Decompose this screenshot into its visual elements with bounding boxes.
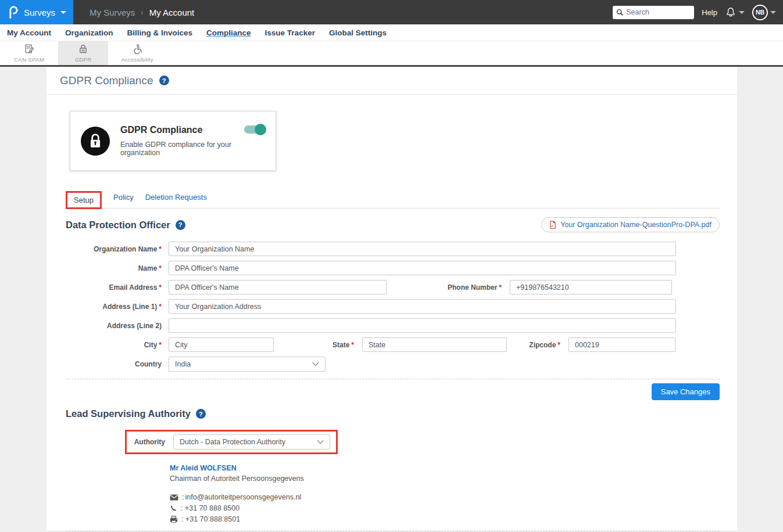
authority-contact-card: Mr Aleid WOLFSEN Chairman of Autoriteit … <box>170 464 720 523</box>
authority-phone: : +31 70 888 8500 <box>181 504 239 512</box>
annotation-box-authority: Authority Dutch - Data Protection Author… <box>125 430 338 454</box>
nav-item-issue-tracker[interactable]: Issue Tracker <box>265 28 315 37</box>
name-field[interactable] <box>169 261 676 275</box>
help-icon[interactable]: ? <box>176 220 185 230</box>
authority-select[interactable]: Dutch - Data Protection Authority <box>173 434 330 450</box>
nav-item-my-account[interactable]: My Account <box>7 28 51 37</box>
address2-field[interactable] <box>169 318 676 333</box>
accessibility-icon <box>132 44 143 55</box>
setup-tabs: Setup Policy Deletion Requests <box>66 191 720 209</box>
content-panel: GDPR Compliance ? GDPR Compliance Enable… <box>47 67 737 530</box>
phone-label: Phone Number* <box>387 283 510 292</box>
address1-field[interactable] <box>169 299 676 314</box>
city-field[interactable] <box>169 337 274 352</box>
fax-icon <box>170 516 178 523</box>
state-label: State* <box>274 341 362 349</box>
authority-value: Dutch - Data Protection Authority <box>180 438 285 446</box>
notifications-button[interactable] <box>725 6 745 19</box>
dpa-pdf-button[interactable]: A Your Organization Name-QuestionPro-DPA… <box>541 217 720 232</box>
city-label: City* <box>66 341 162 349</box>
authority-contact-title: Chairman of Autoriteit Persoonsgegevens <box>170 475 720 483</box>
product-switcher[interactable]: Surveys <box>0 0 73 24</box>
help-link[interactable]: Help <box>702 8 717 17</box>
nav-item-compliance[interactable]: Compliance <box>206 28 251 37</box>
page-title: GDPR Compliance <box>60 74 153 87</box>
search-input[interactable] <box>626 8 691 16</box>
email-field[interactable] <box>169 280 387 294</box>
authority-contact-name[interactable]: Mr Aleid WOLFSEN <box>170 464 720 472</box>
country-select[interactable]: India <box>169 357 326 372</box>
card-subtitle: Enable GDPR compliance for your organiza… <box>120 141 265 157</box>
country-label: Country <box>66 360 162 368</box>
zipcode-label: Zipcode* <box>507 341 569 349</box>
page-header: GDPR Compliance ? <box>47 67 737 95</box>
tab-setup[interactable]: Setup <box>67 193 100 207</box>
nav-item-billing-invoices[interactable]: Billing & Invoices <box>127 28 193 37</box>
subtab-accessibility[interactable]: Accessibility <box>108 41 166 65</box>
email-label: Email Address* <box>66 283 162 292</box>
address1-label: Address (Line 1)* <box>66 303 162 311</box>
phone-field[interactable] <box>510 280 672 294</box>
document-edit-icon <box>24 44 35 55</box>
account-menu[interactable]: NB <box>752 5 776 20</box>
authority-email: info@autoriteitpersoonsgegevens.nl <box>185 493 301 501</box>
nav-item-global-settings[interactable]: Global Settings <box>329 28 387 37</box>
divider <box>66 379 720 379</box>
pdf-file-icon: A <box>549 221 556 229</box>
organization-name-label: Organization Name* <box>66 245 162 253</box>
page-background: GDPR Compliance ? GDPR Compliance Enable… <box>0 67 783 530</box>
chevron-down-icon <box>317 440 324 444</box>
breadcrumb: My Surveys › My Account <box>90 8 194 17</box>
lock-icon <box>78 44 88 55</box>
subtab-gdpr[interactable]: GDPR <box>58 41 108 65</box>
chevron-down-icon <box>770 11 776 14</box>
authority-label: Authority <box>127 438 165 446</box>
questionpro-logo-icon <box>7 6 19 19</box>
organization-name-field[interactable] <box>169 242 676 256</box>
name-label: Name* <box>66 264 162 272</box>
bell-icon <box>725 6 736 19</box>
state-field[interactable] <box>362 337 507 352</box>
chevron-down-icon <box>312 362 319 366</box>
avatar[interactable]: NB <box>752 5 768 20</box>
authority-fax: : +31 70 888 8501 <box>181 515 240 523</box>
envelope-icon <box>170 494 178 501</box>
chevron-down-icon <box>60 11 66 14</box>
gdpr-toggle-card: GDPR Compliance Enable GDPR compliance f… <box>70 111 276 171</box>
help-icon[interactable]: ? <box>196 409 206 419</box>
subtab-label: GDPR <box>75 56 92 63</box>
lock-badge-icon <box>81 127 110 156</box>
tab-policy[interactable]: Policy <box>113 193 134 206</box>
zipcode-field[interactable] <box>569 337 675 352</box>
dpo-form: Organization Name* Name* Email Address* … <box>66 242 720 372</box>
save-changes-button-dpo[interactable]: Save Changes <box>652 383 720 400</box>
search-box[interactable] <box>613 6 694 19</box>
dpo-heading: Data Protection Officer <box>66 220 170 231</box>
card-title: GDPR Compliance <box>120 125 265 135</box>
address2-label: Address (Line 2) <box>66 322 162 330</box>
country-value: India <box>175 360 191 368</box>
subtab-label: Accessibility <box>121 56 153 63</box>
pdf-file-name: Your Organization Name-QuestionPro-DPA.p… <box>560 221 712 229</box>
svg-text:A: A <box>551 225 553 228</box>
help-icon[interactable]: ? <box>159 76 169 85</box>
tab-deletion-requests[interactable]: Deletion Requests <box>145 193 207 206</box>
subtab-can-spam[interactable]: CAN-SPAM <box>0 41 58 65</box>
lsa-heading: Lead Supervising Authority <box>66 408 191 419</box>
chevron-down-icon <box>739 11 745 14</box>
breadcrumb-parent[interactable]: My Surveys <box>90 8 135 17</box>
account-nav: My Account Organization Billing & Invoic… <box>0 24 783 41</box>
search-icon <box>616 9 624 16</box>
breadcrumb-separator: › <box>141 8 143 17</box>
top-navbar: Surveys My Surveys › My Account Help NB <box>0 0 783 24</box>
compliance-subtabs: CAN-SPAM GDPR Accessibility <box>0 41 783 67</box>
breadcrumb-current: My Account <box>149 8 195 17</box>
gdpr-toggle[interactable] <box>244 125 265 134</box>
authority-email-prefix: : <box>182 493 184 501</box>
subtab-label: CAN-SPAM <box>14 56 44 63</box>
phone-icon <box>170 505 177 512</box>
nav-item-organization[interactable]: Organization <box>65 28 113 37</box>
annotation-box-setup: Setup <box>66 191 102 209</box>
product-name: Surveys <box>24 8 55 17</box>
toggle-knob <box>255 124 266 135</box>
